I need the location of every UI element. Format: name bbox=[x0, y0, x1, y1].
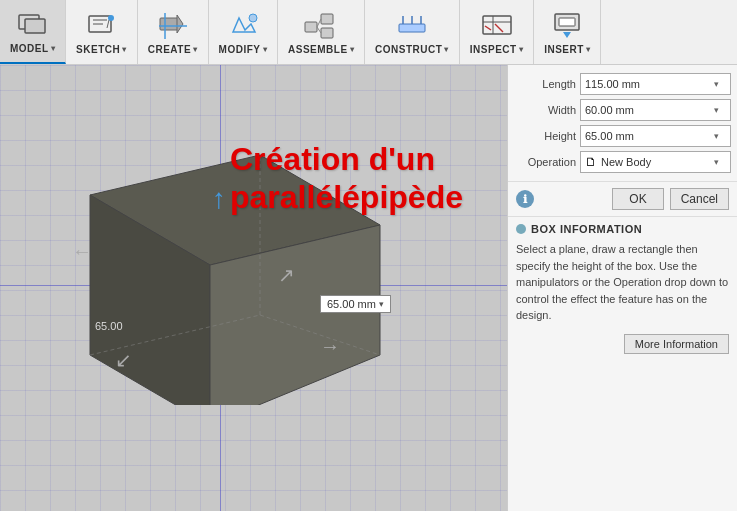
length-label: Length bbox=[514, 78, 576, 90]
ok-button[interactable]: OK bbox=[612, 188, 663, 210]
operation-dropdown[interactable]: ▾ bbox=[714, 157, 726, 167]
box-info-text: Select a plane, draw a rectangle then sp… bbox=[516, 241, 729, 324]
toolbar: MODEL ▾ SKETCH ▾ bbox=[0, 0, 737, 65]
manip-arrow-right[interactable]: → bbox=[320, 335, 340, 358]
assemble-label: ASSEMBLE ▾ bbox=[288, 44, 354, 55]
model-label: MODEL ▾ bbox=[10, 43, 55, 54]
svg-line-25 bbox=[495, 24, 503, 32]
toolbar-inspect[interactable]: INSPECT ▾ bbox=[460, 0, 534, 64]
toolbar-create[interactable]: CREATE ▾ bbox=[138, 0, 209, 64]
create-arrow: ▾ bbox=[193, 45, 198, 54]
assemble-icon-area bbox=[301, 10, 341, 42]
height-row: Height ▾ bbox=[514, 125, 731, 147]
sketch-label: SKETCH ▾ bbox=[76, 44, 127, 55]
svg-line-6 bbox=[107, 20, 109, 28]
cancel-button[interactable]: Cancel bbox=[670, 188, 729, 210]
ok-cancel-row: ℹ OK Cancel bbox=[508, 182, 737, 217]
operation-row: Operation 🗋 New Body ▾ bbox=[514, 151, 731, 173]
modify-arrow: ▾ bbox=[263, 45, 268, 54]
height-input[interactable] bbox=[585, 130, 714, 142]
create-label: CREATE ▾ bbox=[148, 44, 198, 55]
svg-line-16 bbox=[317, 27, 321, 33]
toolbar-sketch[interactable]: SKETCH ▾ bbox=[66, 0, 138, 64]
dim-value: 65.00 mm bbox=[327, 298, 376, 310]
manip-arrow-up[interactable]: ↑ bbox=[212, 183, 226, 215]
main-area: Création d'un parallélépipède 65.00 mm ▾… bbox=[0, 65, 737, 511]
toolbar-insert[interactable]: INSERT ▾ bbox=[534, 0, 601, 64]
construct-icon-area bbox=[393, 10, 431, 42]
info-button[interactable]: ℹ bbox=[516, 190, 534, 208]
svg-marker-8 bbox=[177, 15, 183, 33]
length-row: Length ▾ bbox=[514, 73, 731, 95]
length-input[interactable] bbox=[585, 78, 714, 90]
info-dot-icon bbox=[516, 224, 526, 234]
height-dropdown[interactable]: ▾ bbox=[714, 131, 726, 141]
toolbar-assemble[interactable]: ASSEMBLE ▾ bbox=[278, 0, 365, 64]
inspect-icon-area bbox=[479, 10, 515, 42]
modify-icon-area bbox=[225, 10, 261, 42]
modify-icon bbox=[225, 10, 261, 42]
construct-icon bbox=[393, 10, 431, 42]
assemble-arrow: ▾ bbox=[350, 45, 355, 54]
right-panel: Length ▾ Width ▾ Height ▾ bbox=[507, 65, 737, 511]
params-section: Length ▾ Width ▾ Height ▾ bbox=[508, 65, 737, 182]
svg-rect-13 bbox=[321, 14, 333, 24]
model-arrow: ▾ bbox=[51, 44, 56, 53]
svg-point-11 bbox=[249, 14, 257, 22]
construct-label: CONSTRUCT ▾ bbox=[375, 44, 449, 55]
sketch-icon bbox=[83, 10, 119, 42]
width-input-wrap[interactable]: ▾ bbox=[580, 99, 731, 121]
inspect-label: INSPECT ▾ bbox=[470, 44, 523, 55]
insert-icon bbox=[549, 10, 585, 42]
dimension-label-65[interactable]: 65.00 mm ▾ bbox=[320, 295, 391, 313]
model-icon-area bbox=[15, 9, 51, 41]
inspect-arrow: ▾ bbox=[519, 45, 524, 54]
insert-label: INSERT ▾ bbox=[544, 44, 590, 55]
height-input-wrap[interactable]: ▾ bbox=[580, 125, 731, 147]
sketch-arrow: ▾ bbox=[122, 45, 127, 54]
svg-marker-28 bbox=[563, 32, 571, 38]
operation-label: Operation bbox=[514, 156, 576, 168]
construct-arrow: ▾ bbox=[444, 45, 449, 54]
length-input-wrap[interactable]: ▾ bbox=[580, 73, 731, 95]
height-label-viewport: 65.00 bbox=[95, 320, 123, 332]
height-label: Height bbox=[514, 130, 576, 142]
dim-dropdown-arrow[interactable]: ▾ bbox=[379, 299, 384, 309]
svg-rect-12 bbox=[305, 22, 317, 32]
modify-label: MODIFY ▾ bbox=[219, 44, 267, 55]
manip-arrow-leftmid[interactable]: ← bbox=[72, 240, 92, 263]
sketch-icon-area bbox=[83, 10, 119, 42]
insert-icon-area bbox=[549, 10, 585, 42]
viewport[interactable]: Création d'un parallélépipède 65.00 mm ▾… bbox=[0, 65, 507, 511]
inspect-icon bbox=[479, 10, 515, 42]
create-icon-area bbox=[155, 10, 191, 42]
manip-arrow-topright[interactable]: ↗ bbox=[278, 263, 295, 287]
width-label: Width bbox=[514, 104, 576, 116]
info-header: BOX INFORMATION bbox=[516, 223, 729, 235]
operation-value: New Body bbox=[601, 156, 710, 168]
operation-icon: 🗋 bbox=[585, 155, 597, 169]
info-section: BOX INFORMATION Select a plane, draw a r… bbox=[508, 217, 737, 511]
svg-rect-27 bbox=[559, 18, 575, 26]
create-icon bbox=[155, 10, 191, 42]
svg-line-24 bbox=[485, 26, 491, 30]
model-icon bbox=[15, 9, 51, 41]
insert-arrow: ▾ bbox=[586, 45, 591, 54]
operation-select[interactable]: 🗋 New Body ▾ bbox=[580, 151, 731, 173]
toolbar-construct[interactable]: CONSTRUCT ▾ bbox=[365, 0, 460, 64]
svg-line-15 bbox=[317, 19, 321, 27]
manip-arrow-left[interactable]: ↙ bbox=[115, 348, 132, 372]
box-info-title: BOX INFORMATION bbox=[531, 223, 642, 235]
width-input[interactable] bbox=[585, 104, 714, 116]
svg-rect-1 bbox=[25, 19, 45, 33]
svg-rect-7 bbox=[160, 18, 178, 30]
svg-rect-17 bbox=[399, 24, 425, 32]
svg-rect-14 bbox=[321, 28, 333, 38]
more-info-button[interactable]: More Information bbox=[624, 334, 729, 354]
toolbar-model[interactable]: MODEL ▾ bbox=[0, 0, 66, 64]
width-dropdown[interactable]: ▾ bbox=[714, 105, 726, 115]
width-row: Width ▾ bbox=[514, 99, 731, 121]
toolbar-modify[interactable]: MODIFY ▾ bbox=[209, 0, 278, 64]
length-dropdown[interactable]: ▾ bbox=[714, 79, 726, 89]
assemble-icon bbox=[301, 10, 341, 42]
